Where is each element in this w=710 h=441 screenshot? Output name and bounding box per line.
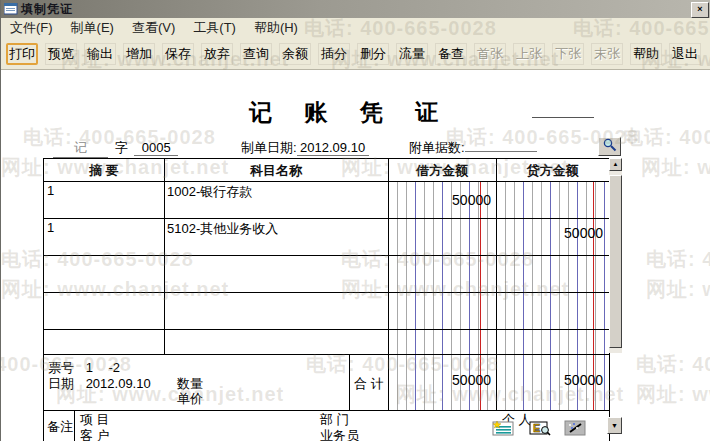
voucher-word-prefix[interactable]: 记 — [53, 139, 108, 158]
ticket-label: 票号 — [48, 360, 74, 375]
note-icon[interactable] — [492, 420, 514, 436]
menu-item-tools[interactable]: 工具(T) — [184, 17, 245, 39]
col-header-summary: 摘 要 — [44, 162, 164, 180]
total-credit-cell: 50000 — [497, 372, 603, 388]
menu-item-help[interactable]: 帮助(H) — [245, 17, 307, 39]
dropdown-arrow-button[interactable]: ▼ — [607, 417, 622, 434]
toolbar-button-cashflow[interactable]: 流量 — [396, 43, 428, 65]
svg-text:E: E — [533, 422, 540, 434]
menu-item-voucher[interactable]: 制单(E) — [62, 17, 123, 39]
magnifier-icon — [601, 138, 618, 152]
search-magnifier-button[interactable] — [598, 137, 621, 156]
voucher-date-field: 制单日期:2012.09.10 — [241, 139, 369, 157]
remark-customer-label[interactable]: 客 户 — [80, 427, 110, 441]
toolbar-button-prev-voucher: 上张 — [513, 43, 545, 65]
row2-account-cell[interactable]: 5102-其他业务收入 — [167, 220, 278, 238]
toolbar: 打印预览输出增加保存放弃查询余额插分删分流量备查首张上张下张末张帮助退出 — [1, 38, 710, 70]
toolbar-button-help[interactable]: 帮助 — [630, 43, 662, 65]
price-label: 单价 — [177, 390, 203, 408]
toolbar-button-preview[interactable]: 预览 — [45, 43, 77, 65]
row-divider — [44, 354, 609, 355]
ticket-no2[interactable]: -2 — [108, 360, 120, 375]
toolbar-button-output[interactable]: 输出 — [84, 43, 116, 65]
toolbar-button-exit[interactable]: 退出 — [669, 43, 701, 65]
title-bar[interactable]: 填制凭证 × — [1, 0, 710, 18]
row-divider — [44, 218, 609, 219]
column-divider — [164, 159, 165, 354]
attachments-value[interactable] — [465, 151, 537, 152]
stub-date-value[interactable]: 2012.09.10 — [86, 376, 151, 391]
credit-ruled-columns — [497, 159, 609, 354]
toolbar-button-add[interactable]: 增加 — [123, 43, 155, 65]
row1-debit-cell[interactable]: 50000 — [389, 192, 491, 208]
menu-bar: 文件(F)制单(E)查看(V)工具(T)帮助(H) — [1, 18, 710, 39]
toolbar-button-first-voucher: 首张 — [474, 43, 506, 65]
row-divider — [44, 255, 609, 256]
date-label: 制单日期: — [241, 140, 297, 155]
scroll-up-button[interactable]: ▲ — [609, 158, 622, 171]
toolbar-button-query[interactable]: 查询 — [240, 43, 272, 65]
menu-item-file[interactable]: 文件(F) — [1, 17, 62, 39]
row-divider — [44, 329, 609, 330]
total-label: 合 计 — [350, 375, 388, 393]
remark-label: 备注 — [47, 418, 73, 436]
voucher-word-field[interactable]: 记 字 0005 — [53, 139, 178, 158]
toolbar-button-next-voucher: 下张 — [552, 43, 584, 65]
date-value[interactable]: 2012.09.10 — [297, 140, 369, 156]
stub-date-line: 日期 2012.09.10 — [48, 375, 151, 393]
browse-document-icon[interactable]: E — [529, 420, 551, 436]
toolbar-button-memo[interactable]: 备查 — [435, 43, 467, 65]
window-title: 填制凭证 — [21, 1, 73, 18]
title-underline — [532, 117, 594, 118]
toolbar-button-last-voucher: 末张 — [591, 43, 623, 65]
voucher-number[interactable]: 0005 — [134, 140, 178, 156]
col-header-credit: 贷方金额 — [496, 162, 609, 180]
toolbar-button-discard[interactable]: 放弃 — [201, 43, 233, 65]
toolbar-button-print[interactable]: 打印 — [6, 43, 38, 65]
ticket-no[interactable]: 1 — [86, 360, 93, 375]
toolbar-button-balance[interactable]: 余额 — [279, 43, 311, 65]
voucher-table: 摘 要 科目名称 借方金额 贷方金额 1 1002-银行存款 50000 1 5… — [43, 158, 610, 441]
attachments-label: 附单据数: — [409, 140, 465, 155]
magic-wand-icon[interactable] — [564, 420, 586, 436]
close-button[interactable]: × — [691, 2, 709, 18]
vertical-scrollbar[interactable]: ▲ — [609, 158, 622, 353]
menu-item-view[interactable]: 查看(V) — [123, 17, 184, 39]
total-debit-cell: 50000 — [389, 372, 491, 388]
col-header-account: 科目名称 — [164, 162, 388, 180]
row1-account-cell[interactable]: 1002-银行存款 — [167, 183, 252, 201]
app-window: 填制凭证 × 文件(F)制单(E)查看(V)工具(T)帮助(H) 打印预览输出增… — [0, 0, 710, 441]
voucher-word-suffix: 字 — [115, 140, 128, 155]
row-divider — [44, 292, 609, 293]
remark-divider — [74, 410, 75, 441]
row2-credit-cell[interactable]: 50000 — [497, 225, 603, 241]
row2-summary-cell[interactable]: 1 — [47, 220, 54, 235]
row1-summary-cell[interactable]: 1 — [47, 183, 54, 198]
toolbar-button-save[interactable]: 保存 — [162, 43, 194, 65]
toolbar-button-insert-line[interactable]: 插分 — [318, 43, 350, 65]
debit-ruled-columns — [389, 159, 496, 354]
app-icon — [4, 3, 18, 15]
stub-date-label: 日期 — [48, 376, 74, 391]
remark-clerk-label[interactable]: 业务员 — [320, 427, 359, 441]
voucher-title: 记 账 凭 证 — [249, 97, 451, 128]
attachments-field: 附单据数: — [409, 139, 537, 157]
col-header-debit: 借方金额 — [388, 162, 496, 180]
toolbar-button-delete-line[interactable]: 删分 — [357, 43, 389, 65]
scrollbar-thumb[interactable] — [609, 175, 622, 348]
row-divider — [44, 181, 609, 182]
